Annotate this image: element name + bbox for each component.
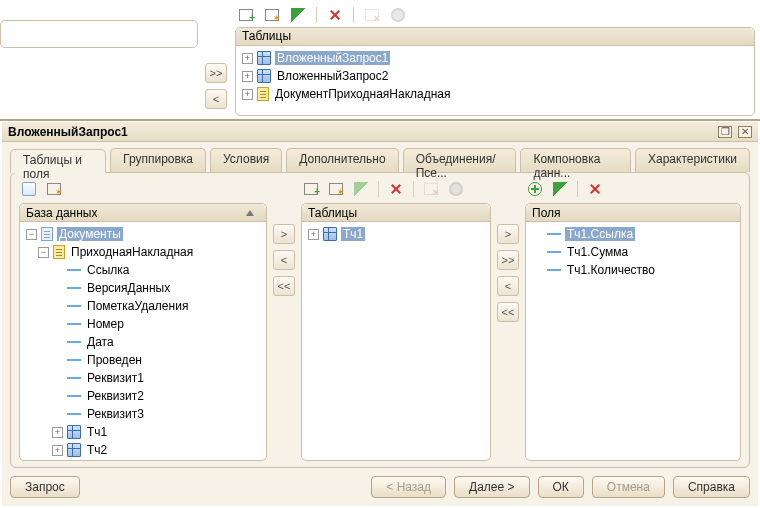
tree-row[interactable]: +Тч2 xyxy=(24,441,262,459)
tree-row[interactable]: ВерсияДанных xyxy=(24,279,262,297)
tree-expander[interactable]: − xyxy=(38,247,49,258)
tree-row[interactable]: Дата xyxy=(24,333,262,351)
tab-1[interactable]: Группировка xyxy=(110,148,206,172)
tables-list[interactable]: +Тч1 xyxy=(302,222,490,460)
settings-button[interactable] xyxy=(388,5,408,25)
tree-row[interactable]: Тч1.Ссылка xyxy=(530,225,736,243)
tree-row[interactable]: Тч1.Сумма xyxy=(530,243,736,261)
pencil-icon xyxy=(553,182,567,196)
tree-expander[interactable]: + xyxy=(308,229,319,240)
tree-row[interactable]: Тч1.Количество xyxy=(530,261,736,279)
next-button[interactable]: Далее > xyxy=(454,476,530,498)
move-right-button[interactable]: > xyxy=(497,224,519,244)
panel-header-label: Таблицы xyxy=(308,206,357,220)
fields-panel-header[interactable]: Поля xyxy=(526,204,740,222)
help-button[interactable]: Справка xyxy=(673,476,750,498)
database-panel-header[interactable]: База данных xyxy=(20,204,266,222)
tab-5[interactable]: Компоновка данн... xyxy=(520,148,631,172)
move-left-all-button[interactable]: << xyxy=(497,302,519,322)
add-field-button[interactable] xyxy=(525,179,545,199)
move-left-button[interactable]: < xyxy=(497,276,519,296)
query-button[interactable]: Запрос xyxy=(10,476,80,498)
remove-row-button[interactable] xyxy=(362,5,382,25)
tree-row[interactable]: −ПриходнаяНакладная xyxy=(24,243,262,261)
tab-4[interactable]: Объединения/Псе... xyxy=(403,148,517,172)
tree-row[interactable]: −Документы xyxy=(24,225,262,243)
add-nested-icon xyxy=(329,183,343,195)
tree-row[interactable]: +Тч1 xyxy=(24,423,262,441)
tree-row[interactable]: +ВложенныйЗапрос1 xyxy=(240,49,750,67)
add-nested-table-button[interactable] xyxy=(326,179,346,199)
table-icon xyxy=(257,51,271,65)
sort-up-icon xyxy=(246,210,254,216)
tree-row[interactable]: +Тч1 xyxy=(306,225,486,243)
database-panel: База данных −Документы−ПриходнаяНакладна… xyxy=(19,203,267,461)
maximize-button[interactable]: ❐ xyxy=(718,126,732,138)
delete-row-icon xyxy=(365,9,379,21)
add-nested-table-button[interactable] xyxy=(262,5,282,25)
tree-expander[interactable]: + xyxy=(242,53,253,64)
tables-column: Таблицы +Тч1 xyxy=(301,179,491,461)
tab-3[interactable]: Дополнительно xyxy=(286,148,398,172)
tree-expander[interactable]: + xyxy=(242,71,253,82)
move-left-button[interactable]: < xyxy=(273,250,295,270)
tables-panel-header[interactable]: Таблицы xyxy=(302,204,490,222)
field-icon xyxy=(67,377,81,383)
top-tables-body[interactable]: +ВложенныйЗапрос1+ВложенныйЗапрос2+Докум… xyxy=(236,46,754,115)
tree-expander[interactable]: + xyxy=(52,445,63,456)
top-tables-toolbar xyxy=(236,5,408,25)
fields-list[interactable]: Тч1.СсылкаТч1.СуммаТч1.Количество xyxy=(526,222,740,460)
tree-row-label: Реквизит1 xyxy=(85,371,146,385)
add-table-button[interactable] xyxy=(236,5,256,25)
edit-table-button[interactable] xyxy=(351,179,371,199)
remove-row-button[interactable] xyxy=(421,179,441,199)
move-right-button[interactable]: > xyxy=(273,224,295,244)
tree-expander[interactable]: − xyxy=(26,229,37,240)
db-refresh-button[interactable] xyxy=(44,179,64,199)
tree-row-label: Тч1.Ссылка xyxy=(565,227,635,241)
move-right-all-button[interactable]: >> xyxy=(497,250,519,270)
tab-0[interactable]: Таблицы и поля xyxy=(10,149,106,173)
db-view-button[interactable] xyxy=(19,179,39,199)
tree-row[interactable]: Проведен xyxy=(24,351,262,369)
cancel-button[interactable]: Отмена xyxy=(592,476,665,498)
dialog-title-bar: ВложенныйЗапрос1 ❐ ✕ xyxy=(2,122,758,142)
ok-button[interactable]: ОК xyxy=(538,476,584,498)
fields-column: Поля Тч1.СсылкаТч1.СуммаТч1.Количество xyxy=(525,179,741,461)
move-left-all-button[interactable]: << xyxy=(273,276,295,296)
refresh-icon xyxy=(47,183,61,195)
move-left-button[interactable]: < xyxy=(205,89,227,109)
delete-field-button[interactable] xyxy=(585,179,605,199)
toolbar-separator xyxy=(353,7,354,23)
move-right-all-button[interactable]: >> xyxy=(205,63,227,83)
delete-table-button[interactable] xyxy=(325,5,345,25)
database-tree[interactable]: −Документы−ПриходнаяНакладнаяСсылкаВерси… xyxy=(20,222,266,460)
edit-field-button[interactable] xyxy=(550,179,570,199)
tree-expander[interactable]: + xyxy=(242,89,253,100)
tree-row[interactable]: Ссылка xyxy=(24,261,262,279)
tree-expander[interactable]: + xyxy=(52,427,63,438)
settings-button[interactable] xyxy=(446,179,466,199)
top-left-empty-panel xyxy=(0,20,198,48)
tree-row[interactable]: +ДокументПриходнаяНакладная xyxy=(240,85,750,103)
button-label: Далее > xyxy=(469,480,515,494)
close-button[interactable]: ✕ xyxy=(738,126,752,138)
gears-icon xyxy=(449,182,463,196)
tab-6[interactable]: Характеристики xyxy=(635,148,750,172)
tree-row[interactable]: Реквизит1 xyxy=(24,369,262,387)
tree-row[interactable]: Реквизит3 xyxy=(24,405,262,423)
tree-row-label: ВерсияДанных xyxy=(85,281,172,295)
database-column: База данных −Документы−ПриходнаяНакладна… xyxy=(19,179,267,461)
tree-row[interactable]: ПометкаУдаления xyxy=(24,297,262,315)
edit-table-button[interactable] xyxy=(288,5,308,25)
tree-row-label: ДокументПриходнаяНакладная xyxy=(273,87,453,101)
tree-row[interactable]: Номер xyxy=(24,315,262,333)
field-icon xyxy=(67,341,81,347)
add-table-button[interactable] xyxy=(301,179,321,199)
tree-row-label: Реквизит2 xyxy=(85,389,146,403)
tree-row[interactable]: +ВложенныйЗапрос2 xyxy=(240,67,750,85)
back-button[interactable]: < Назад xyxy=(371,476,446,498)
tab-2[interactable]: Условия xyxy=(210,148,282,172)
tree-row[interactable]: Реквизит2 xyxy=(24,387,262,405)
delete-table-button[interactable] xyxy=(386,179,406,199)
